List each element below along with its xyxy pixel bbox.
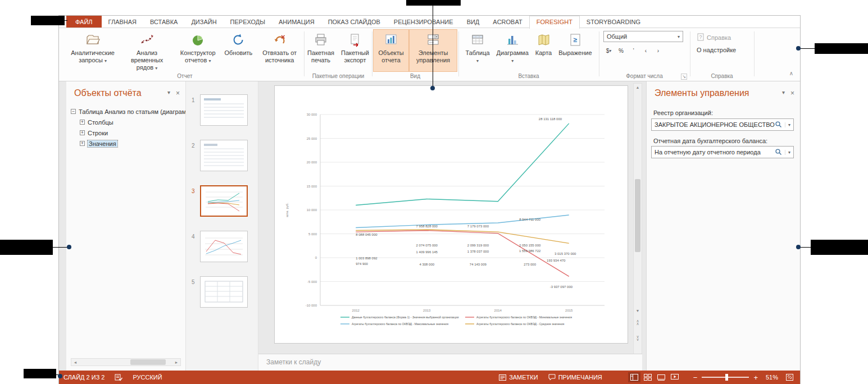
slide-thumbnail-2[interactable]: [200, 140, 248, 171]
analytic-queries-button[interactable]: Аналитические запросы ▾: [66, 29, 119, 72]
ribbon-group-insert: Таблица▾ Диаграмма▾ Карта: [460, 28, 598, 81]
slide-sorter-view-button[interactable]: [642, 372, 654, 382]
expand-node-icon[interactable]: +: [80, 130, 85, 135]
tab-file[interactable]: ФАЙЛ: [66, 16, 102, 28]
svg-text:20 000: 20 000: [307, 161, 317, 164]
tab-slideshow[interactable]: ПОКАЗ СЛАЙДОВ: [321, 16, 387, 28]
zoom-slider-thumb[interactable]: [725, 374, 728, 381]
time-series-analysis-button[interactable]: Анализ временных рядов ▾: [119, 29, 175, 72]
scrollbar-thumb[interactable]: [635, 179, 640, 252]
organizations-registry-combobox[interactable]: ЗАКРЫТОЕ АКЦИОНЕРНОЕ ОБЩЕСТВО "Ц ▾: [651, 118, 794, 131]
tab-home[interactable]: ГЛАВНАЯ: [102, 16, 143, 28]
increase-decimal-button[interactable]: ›: [653, 45, 664, 56]
collapse-ribbon-icon[interactable]: ∧: [789, 70, 793, 76]
tab-acrobat[interactable]: ACROBAT: [486, 16, 529, 28]
horizontal-scrollbar[interactable]: ◄ ►: [71, 358, 181, 366]
about-addin-button[interactable]: О надстройке: [697, 47, 736, 53]
expression-icon: ≥: [568, 31, 583, 48]
panel-close-icon[interactable]: ×: [176, 89, 180, 97]
notes-toggle[interactable]: ЗАМЕТКИ: [499, 374, 538, 381]
svg-text:4 308 000: 4 308 000: [419, 263, 434, 266]
svg-text:млн. руб.: млн. руб.: [285, 203, 289, 217]
group-label-number-format: Формат числа: [600, 73, 689, 79]
slide-thumbnail-3-selected[interactable]: [200, 185, 248, 217]
panel-menu-caret-icon[interactable]: ▾: [167, 89, 170, 97]
insert-expression-button[interactable]: ≥ Выражение: [555, 29, 595, 72]
expand-node-icon[interactable]: +: [80, 120, 85, 125]
tree-item-table[interactable]: − Таблица Анализ по статьям (диаграмма): [66, 106, 185, 117]
insert-chart-button[interactable]: Диаграмма▾: [493, 29, 532, 72]
group-separator: [754, 31, 755, 76]
dialog-launcher-icon[interactable]: ↘: [681, 74, 687, 80]
tab-foresight[interactable]: FORESIGHT: [529, 16, 580, 29]
collapse-node-icon[interactable]: −: [71, 109, 76, 114]
slide-thumbnail-4[interactable]: [200, 231, 248, 262]
tab-insert[interactable]: ВСТАВКА: [143, 16, 184, 28]
zoom-level[interactable]: 51%: [766, 374, 778, 381]
search-icon[interactable]: [775, 121, 782, 129]
thousands-separator-button[interactable]: ’: [628, 45, 639, 56]
help-button[interactable]: ? Справка: [697, 33, 731, 42]
panel-close-icon[interactable]: ×: [790, 89, 794, 97]
batch-export-button[interactable]: Пакетный экспорт: [338, 29, 372, 72]
zoom-in-button[interactable]: +: [753, 373, 758, 382]
tab-view[interactable]: ВИД: [460, 16, 487, 28]
next-slide-button[interactable]: ∨∨: [634, 335, 642, 341]
scroll-right-icon[interactable]: ►: [172, 360, 180, 364]
tree-item-rows[interactable]: + Строки: [66, 127, 185, 138]
controls-toggle-button[interactable]: Элементы управления: [409, 29, 457, 72]
folder-icon: [85, 31, 100, 48]
insert-table-button[interactable]: Таблица▾: [462, 29, 493, 72]
currency-format-button[interactable]: $▾: [603, 45, 614, 56]
group-separator: [690, 31, 690, 76]
balance-date-combobox[interactable]: На отчетную дату отчетного периода ▾: [651, 146, 794, 158]
tree-item-columns[interactable]: + Столбцы: [66, 117, 185, 127]
unbind-source-button[interactable]: Отвязать от источника: [256, 29, 303, 72]
tab-storyboarding[interactable]: STORYBOARDING: [580, 16, 647, 28]
scroll-left-icon[interactable]: ◄: [71, 360, 79, 364]
percent-format-button[interactable]: %: [616, 45, 626, 56]
slide-canvas[interactable]: -10 000-5 00005 00010 00015 00020 00025 …: [274, 85, 628, 344]
tree-item-values[interactable]: + Значения: [66, 138, 185, 149]
report-objects-toggle-button[interactable]: Объекты отчета: [373, 29, 409, 72]
zoom-slider[interactable]: [702, 377, 749, 378]
language-indicator[interactable]: РУССКИЙ: [133, 374, 162, 381]
previous-slide-button[interactable]: ∧∧: [634, 319, 642, 325]
zoom-control: − +: [693, 373, 758, 382]
batch-print-button[interactable]: Пакетная печать: [304, 29, 338, 72]
slideshow-icon: [671, 374, 679, 381]
number-format-combobox[interactable]: Общий ▾: [603, 31, 683, 42]
reading-view-button[interactable]: [655, 372, 667, 382]
decrease-decimal-button[interactable]: ‹: [640, 45, 651, 56]
dropdown-caret-icon[interactable]: ▾: [785, 122, 790, 127]
zoom-out-button[interactable]: −: [693, 373, 698, 382]
tab-transitions[interactable]: ПЕРЕХОДЫ: [224, 16, 272, 28]
slide-thumbnail-5[interactable]: [200, 276, 248, 308]
callout-dot: [796, 245, 801, 249]
slide-thumbnail-1[interactable]: [200, 94, 248, 126]
slide-scrollbar[interactable]: ▲ ▼ ∧∧ ∨∨: [633, 83, 642, 359]
expand-node-icon[interactable]: +: [80, 141, 85, 146]
tab-animation[interactable]: АНИМАЦИЯ: [272, 16, 321, 28]
callout-dot: [67, 245, 71, 249]
organizations-registry-label: Реестр организаций:: [653, 109, 713, 116]
tab-design[interactable]: ДИЗАЙН: [184, 16, 223, 28]
scroll-down-icon[interactable]: ▼: [634, 307, 642, 315]
report-builder-button[interactable]: Конструктор отчетов ▾: [175, 29, 221, 72]
notes-pane[interactable]: Заметки к слайду: [258, 354, 642, 371]
scroll-up-icon[interactable]: ▲: [634, 84, 642, 92]
panel-menu-caret-icon[interactable]: ▾: [782, 89, 785, 97]
tab-review[interactable]: РЕЦЕНЗИРОВАНИЕ: [387, 16, 460, 28]
number-format-value: Общий: [607, 33, 627, 40]
scrollbar-thumb[interactable]: [130, 359, 166, 365]
refresh-button[interactable]: Обновить: [221, 29, 256, 72]
slideshow-view-button[interactable]: [669, 372, 681, 382]
proofing-icon[interactable]: [115, 374, 122, 381]
insert-map-button[interactable]: Карта: [532, 29, 555, 72]
dropdown-caret-icon[interactable]: ▾: [785, 150, 790, 155]
search-icon[interactable]: [775, 148, 782, 157]
normal-view-button[interactable]: [628, 372, 640, 382]
comments-toggle[interactable]: ПРИМЕЧАНИЯ: [548, 374, 602, 381]
fit-slide-to-window-button[interactable]: [786, 374, 793, 381]
dropdown-caret-icon: ▾: [155, 66, 157, 71]
